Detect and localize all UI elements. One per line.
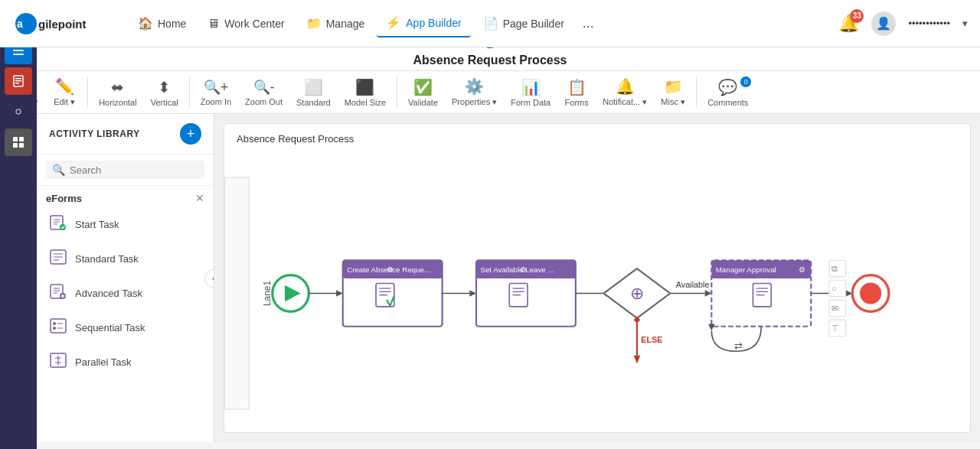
copy-icon: ⧉ xyxy=(831,264,838,273)
settings-icon: ○ xyxy=(831,284,837,293)
forms-label: Forms xyxy=(565,98,589,107)
zoom-in-button[interactable]: 🔍+ Zoom In xyxy=(194,76,237,109)
tree-icon: ⊤ xyxy=(831,324,839,333)
svg-point-25 xyxy=(53,322,56,325)
standard-label: Standard xyxy=(296,98,331,107)
zoom-out-button[interactable]: 🔍- Zoom Out xyxy=(239,76,289,109)
svg-rect-16 xyxy=(19,137,24,142)
parallel-task-label: Parallel Task xyxy=(75,356,131,368)
svg-rect-15 xyxy=(13,137,18,142)
standard-icon: ⬜ xyxy=(304,78,323,96)
svg-rect-24 xyxy=(51,319,66,333)
edit-button[interactable]: ✏️ Edit ▾ xyxy=(46,74,83,110)
toolbar: 💾 Save ▾ ✏️ Edit ▾ ⬌ Horizontal ⬍ Vertic… xyxy=(0,71,980,114)
properties-icon: ⚙️ xyxy=(465,77,484,96)
nav-appbuilder-label: App Builder xyxy=(406,17,461,29)
svg-rect-8 xyxy=(13,50,24,51)
user-name[interactable]: •••••••••••• xyxy=(908,18,950,29)
double-arrow-icon: ⇄ xyxy=(734,340,743,352)
process-title-bar: ▲ Absence Request Process xyxy=(0,47,980,71)
user-dropdown-icon[interactable]: ▾ xyxy=(962,18,968,29)
category-close-button[interactable]: ✕ xyxy=(195,192,204,204)
properties-button[interactable]: ⚙️ Properties ▾ xyxy=(446,74,503,110)
validate-button[interactable]: ✅ Validate xyxy=(402,75,444,110)
toolbar-sep-3 xyxy=(397,77,397,108)
sidebar-search: 🔍 xyxy=(37,155,214,186)
list-item[interactable]: Standard Task xyxy=(37,242,214,276)
process-title: Absence Request Process xyxy=(413,54,567,67)
svg-rect-13 xyxy=(15,83,19,84)
svg-rect-12 xyxy=(15,80,21,82)
horizontal-icon: ⬌ xyxy=(111,78,124,96)
vertical-label: Vertical xyxy=(151,98,178,107)
available-label: Available xyxy=(676,280,710,289)
nav-workcenter-label: Work Center xyxy=(224,18,284,30)
mail-icon: ✉ xyxy=(831,304,838,313)
misc-label: Misc ▾ xyxy=(661,97,685,107)
parallel-task-icon xyxy=(49,351,67,373)
nav-home[interactable]: 🏠 Home xyxy=(129,10,195,37)
svg-rect-29 xyxy=(224,177,249,409)
left-icon-form[interactable] xyxy=(5,67,32,95)
appbuilder-icon: ⚡ xyxy=(386,15,401,30)
more-options-button[interactable]: ... xyxy=(577,12,600,34)
standard-button[interactable]: ⬜ Standard xyxy=(290,75,337,110)
list-item[interactable]: Advanced Task xyxy=(37,276,214,311)
sidebar-title: ACTIVITY LIBRARY xyxy=(49,129,140,139)
notifications-button[interactable]: 🔔 33 xyxy=(838,14,859,34)
left-icon-app[interactable] xyxy=(5,129,32,156)
toolbar-sep-1 xyxy=(87,77,88,108)
main-layout: ACTIVITY LIBRARY + 🔍 eForms ✕ Start T xyxy=(0,114,980,442)
nav-home-label: Home xyxy=(158,18,186,30)
model-size-button[interactable]: ⬛ Model Size xyxy=(338,75,392,110)
list-item[interactable]: Parallel Task xyxy=(37,345,214,379)
nav-manage-label: Manage xyxy=(326,18,365,30)
nav-items: 🏠 Home 🖥 Work Center 📁 Manage ⚡ App Buil… xyxy=(129,9,838,37)
properties-label: Properties ▾ xyxy=(452,97,497,107)
list-item[interactable]: Start Task xyxy=(37,207,214,242)
misc-icon: 📁 xyxy=(664,77,683,96)
task3-title: Manager Approval xyxy=(716,265,776,274)
comments-button[interactable]: 💬 Comments 0 xyxy=(701,75,754,110)
logo: a gilepoint xyxy=(12,10,104,37)
task1-gear: ⚙ xyxy=(387,265,394,274)
search-input[interactable] xyxy=(70,164,198,176)
home-icon: 🏠 xyxy=(138,16,153,31)
search-box: 🔍 xyxy=(46,161,204,179)
validate-icon: ✅ xyxy=(413,78,433,96)
form-data-button[interactable]: 📊 Form Data xyxy=(505,75,557,110)
svg-text:a: a xyxy=(17,18,23,30)
model-size-icon: ⬛ xyxy=(355,78,374,96)
search-icon: 🔍 xyxy=(52,164,65,176)
canvas-area: Absence Request Process Lane1 Create Abs… xyxy=(214,114,980,442)
vertical-button[interactable]: ⬍ Vertical xyxy=(145,75,185,110)
notifications-toolbar-button[interactable]: 🔔 Notificat... ▾ xyxy=(596,74,653,110)
misc-button[interactable]: 📁 Misc ▾ xyxy=(655,74,691,110)
left-icon-settings[interactable] xyxy=(5,98,32,125)
canvas-label: Absence Request Process xyxy=(237,133,354,145)
toolbar-sep-4 xyxy=(696,77,697,108)
zoom-in-icon: 🔍+ xyxy=(204,79,229,96)
standard-task-label: Standard Task xyxy=(75,253,139,265)
start-task-label: Start Task xyxy=(75,219,119,230)
category-header: eForms ✕ xyxy=(37,186,214,207)
comments-badge: 0 xyxy=(740,76,751,87)
user-avatar[interactable]: 👤 xyxy=(871,11,896,36)
nav-right: 🔔 33 👤 •••••••••••• ▾ xyxy=(838,11,968,36)
nav-workcenter[interactable]: 🖥 Work Center xyxy=(198,11,293,37)
comments-icon: 💬 xyxy=(718,78,737,96)
validate-label: Validate xyxy=(408,98,438,107)
list-item[interactable]: Sequential Task xyxy=(37,311,214,345)
advanced-task-label: Advanced Task xyxy=(75,288,142,299)
canvas-container: Absence Request Process Lane1 Create Abs… xyxy=(224,123,971,433)
zoom-out-icon: 🔍- xyxy=(253,79,275,96)
nav-manage[interactable]: 📁 Manage xyxy=(297,10,374,37)
nav-appbuilder[interactable]: ⚡ App Builder xyxy=(377,9,470,37)
add-activity-button[interactable]: + xyxy=(180,123,201,145)
nav-pagebuilder[interactable]: 📄 Page Builder xyxy=(474,10,573,37)
horizontal-button[interactable]: ⬌ Horizontal xyxy=(93,75,143,110)
svg-point-26 xyxy=(53,327,56,330)
notification-count: 33 xyxy=(850,9,864,23)
forms-button[interactable]: 📋 Forms xyxy=(558,75,595,110)
start-task-icon xyxy=(49,213,67,236)
